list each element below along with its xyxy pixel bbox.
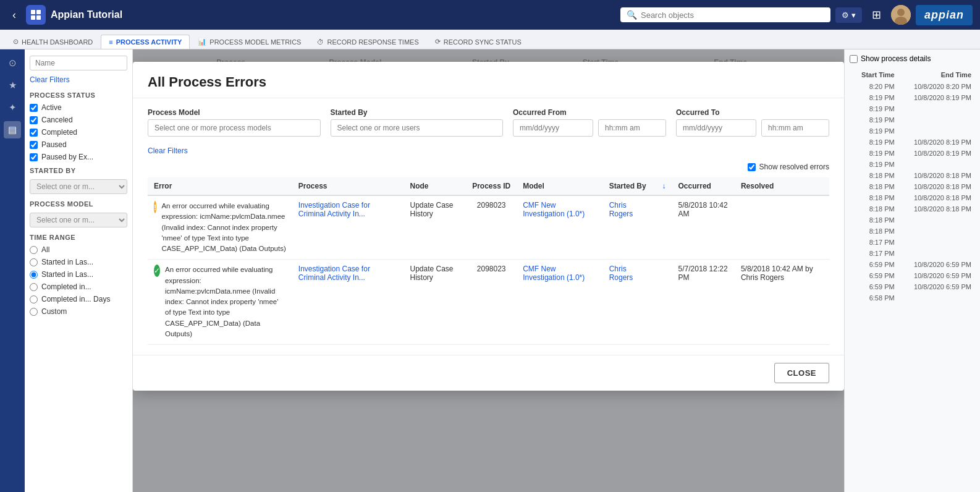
sidebar-clear-filters[interactable]: Clear Filters	[25, 75, 132, 88]
list-item: 8:17 PM	[851, 237, 974, 247]
grid-button[interactable]: ⊞	[867, 6, 886, 24]
start-time-col-header: Start Time	[851, 69, 897, 80]
back-button[interactable]: ‹	[7, 6, 21, 24]
end-time-cell: 10/8/2020 6:59 PM	[898, 271, 974, 281]
row1-resolved	[735, 195, 829, 260]
all-process-errors-modal: All Process Errors Process Model Started…	[133, 62, 844, 391]
col-resolved: Resolved	[735, 177, 829, 195]
time-all-radio[interactable]	[30, 246, 38, 254]
tab-record-response-times[interactable]: ⏱ RECORD RESPONSE TIMES	[309, 35, 426, 49]
start-time-cell: 8:18 PM	[851, 171, 897, 180]
end-time-cell: 10/8/2020 6:59 PM	[898, 282, 974, 292]
search-icon: 🔍	[627, 10, 637, 20]
gear-icon: ⚙	[842, 11, 849, 20]
row1-occurred: 5/8/2018 10:42 AM	[672, 195, 735, 260]
occurred-from-time-input[interactable]	[598, 119, 666, 137]
list-item: 8:19 PM10/8/2020 8:19 PM	[851, 148, 974, 158]
tab-process-activity[interactable]: ≡ PROCESS ACTIVITY	[101, 35, 190, 49]
col-sort[interactable]: ↓	[656, 177, 672, 195]
right-panel-table: Start Time End Time 8:20 PM10/8/2020 8:2…	[850, 68, 975, 304]
modal-clear-filters-link[interactable]: Clear Filters	[148, 146, 829, 155]
status-completed-checkbox[interactable]	[30, 129, 38, 137]
row2-process-id: 2098023	[466, 260, 517, 345]
status-paused-ex-item: Paused by Ex...	[25, 151, 132, 163]
end-time-cell	[898, 159, 974, 169]
tab-health-dashboard[interactable]: ⊙ HEALTH DASHBOARD	[5, 34, 101, 49]
content-area: Process Process Model Started By Start T…	[133, 49, 844, 492]
occurred-to-date-input[interactable]	[676, 119, 756, 137]
app-title: Appian Tutorial	[51, 9, 122, 20]
start-time-cell: 6:59 PM	[851, 260, 897, 269]
nav-icon-1[interactable]: ⊙	[4, 54, 21, 72]
row1-started-by-link[interactable]: Chris Rogers	[603, 195, 656, 260]
end-time-cell: 10/8/2020 8:18 PM	[898, 193, 974, 203]
show-details-checkbox[interactable]	[850, 55, 858, 63]
start-time-cell: 8:19 PM	[851, 126, 897, 136]
occurred-from-date-input[interactable]	[513, 119, 593, 137]
start-time-cell: 8:18 PM	[851, 226, 897, 236]
process-model-select[interactable]: Select one or m...	[30, 213, 127, 227]
occurred-from-filter: Occurred From	[513, 108, 666, 137]
end-time-cell: 10/8/2020 8:18 PM	[898, 171, 974, 180]
tab-bar: ⊙ HEALTH DASHBOARD ≡ PROCESS ACTIVITY 📊 …	[0, 30, 980, 49]
time-custom-radio[interactable]	[30, 308, 38, 316]
resolved-icon: ✓	[154, 265, 160, 277]
time-custom-item: Custom	[25, 305, 132, 318]
time-completed1-radio[interactable]	[30, 283, 38, 291]
end-time-cell	[898, 104, 974, 114]
time-completed2-item: Completed in... Days	[25, 293, 132, 305]
time-started2-radio[interactable]	[30, 271, 38, 279]
close-button[interactable]: CLOSE	[774, 363, 829, 383]
row1-process-id: 2098023	[466, 195, 517, 260]
search-input[interactable]	[641, 11, 824, 20]
error-text-1: An error occurred while evaluating expre…	[161, 201, 285, 254]
nav-icon-3[interactable]: ✦	[4, 99, 21, 116]
status-canceled-checkbox[interactable]	[30, 116, 38, 124]
show-resolved-checkbox[interactable]	[748, 163, 756, 171]
occurred-to-time-input[interactable]	[761, 119, 829, 137]
tab-record-sync-status[interactable]: ⟳ RECORD SYNC STATUS	[427, 34, 530, 49]
filter-row: Process Model Started By Occurred From	[148, 108, 829, 137]
start-time-cell: 8:20 PM	[851, 82, 897, 91]
time-completed2-radio[interactable]	[30, 295, 38, 303]
process-model-filter-input[interactable]	[148, 119, 321, 137]
error-table: Error Process Node Process ID Model Star…	[148, 177, 829, 345]
name-filter-input[interactable]	[30, 56, 127, 70]
end-time-cell: 10/8/2020 8:19 PM	[898, 93, 974, 103]
col-started-by: Started By	[603, 177, 656, 195]
row2-started-by-link[interactable]: Chris Rogers	[603, 260, 656, 345]
metrics-icon: 📊	[198, 38, 206, 46]
list-item: 8:18 PM10/8/2020 8:18 PM	[851, 171, 974, 180]
row2-process-link[interactable]: Investigation Case for Criminal Activity…	[292, 260, 404, 345]
nav-icon-2[interactable]: ★	[4, 77, 21, 94]
occurred-from-pair	[513, 119, 666, 137]
time-range-section: TIME RANGE	[25, 230, 132, 244]
error-row-1: ! An error occurred while evaluating exp…	[148, 195, 829, 260]
sync-icon: ⟳	[435, 38, 441, 46]
settings-button[interactable]: ⚙ ▾	[835, 7, 862, 23]
status-active-checkbox[interactable]	[30, 104, 38, 112]
time-started1-radio[interactable]	[30, 258, 38, 266]
end-time-cell	[898, 115, 974, 125]
list-item: 8:18 PM	[851, 215, 974, 225]
nav-icon-4[interactable]: ▤	[4, 121, 21, 138]
row1-model-link[interactable]: CMF New Investigation (1.0*)	[517, 195, 602, 260]
col-model: Model	[517, 177, 602, 195]
status-completed-label: Completed	[41, 128, 77, 137]
row1-process-link[interactable]: Investigation Case for Criminal Activity…	[292, 195, 404, 260]
row2-model-link[interactable]: CMF New Investigation (1.0*)	[517, 260, 602, 345]
search-bar: 🔍	[620, 7, 830, 22]
avatar[interactable]	[891, 5, 911, 25]
status-paused-checkbox[interactable]	[30, 141, 38, 149]
tab-process-model-metrics[interactable]: 📊 PROCESS MODEL METRICS	[190, 34, 309, 49]
top-navigation: ‹ Appian Tutorial 🔍 ⚙ ▾ ⊞ appian	[0, 0, 980, 30]
started-by-filter-input[interactable]	[331, 119, 504, 137]
started-by-select[interactable]: Select one or m...	[30, 179, 127, 194]
process-status-section: PROCESS STATUS	[25, 88, 132, 101]
list-item: 8:19 PM	[851, 159, 974, 169]
show-process-details: Show process details	[850, 54, 975, 63]
show-details-label: Show process details	[861, 54, 931, 63]
show-resolved-row: Show resolved errors	[148, 163, 829, 171]
end-time-cell	[898, 248, 974, 258]
status-paused-ex-checkbox[interactable]	[30, 153, 38, 161]
